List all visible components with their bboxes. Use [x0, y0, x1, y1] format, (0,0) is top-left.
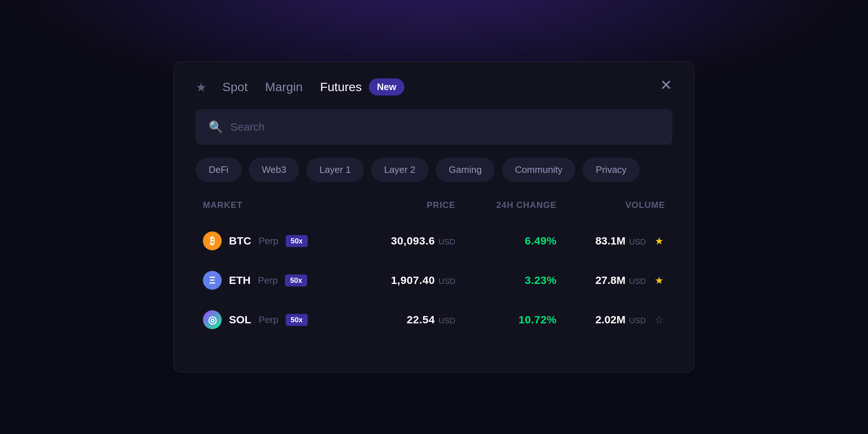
favorites-star-icon[interactable]: ★ [196, 80, 207, 94]
price-cell-btc: 30,093.6 USD [347, 235, 455, 247]
volume-cell-eth: 27.8M USD ★ [557, 273, 665, 288]
close-button[interactable]: ✕ [660, 78, 672, 92]
coin-symbol-sol: SOL [229, 314, 251, 326]
volume-text-eth: 27.8M USD [595, 274, 646, 286]
coin-type-sol: Perp [259, 314, 278, 326]
coin-symbol-eth: ETH [229, 274, 251, 286]
modal-container: ★ Spot Margin Futures New ✕ 🔍 DeFi Web3 … [174, 61, 694, 373]
coin-symbol-btc: BTC [229, 235, 251, 247]
coin-icon-eth: Ξ [203, 271, 222, 290]
star-filled-icon-eth: ★ [655, 275, 664, 286]
volume-text-sol: 2.02M USD [595, 314, 646, 326]
tab-margin[interactable]: Margin [264, 78, 304, 96]
table-row[interactable]: ◎ SOL Perp 50x 22.54 USD 10.72% 2.02M US… [196, 300, 672, 340]
star-empty-icon-sol: ☆ [655, 314, 664, 326]
category-web3[interactable]: Web3 [249, 158, 299, 182]
coin-icon-btc: ₿ [203, 231, 222, 250]
price-cell-eth: 1,907.40 USD [347, 274, 455, 286]
star-button-eth[interactable]: ★ [653, 273, 665, 288]
header-volume: Volume [557, 200, 665, 210]
volume-text-btc: 83.1M USD [595, 235, 646, 247]
market-table: MARKET Price 24H Change Volume ₿ BTC Per… [174, 200, 694, 340]
star-button-btc[interactable]: ★ [653, 234, 665, 248]
category-layer2[interactable]: Layer 2 [371, 158, 429, 182]
star-button-sol[interactable]: ☆ [653, 312, 665, 327]
volume-cell-sol: 2.02M USD ☆ [557, 312, 665, 327]
table-row[interactable]: ₿ BTC Perp 50x 30,093.6 USD 6.49% 83.1M … [196, 221, 672, 261]
volume-currency-eth: USD [629, 277, 646, 286]
price-currency-btc: USD [439, 237, 455, 247]
change-cell-sol: 10.72% [455, 314, 557, 326]
header-change: 24H Change [455, 200, 557, 210]
search-icon: 🔍 [209, 120, 223, 134]
volume-value-sol: 2.02M [595, 314, 625, 326]
category-layer1[interactable]: Layer 1 [306, 158, 364, 182]
price-value-sol: 22.54 [407, 314, 435, 326]
market-cell-btc: ₿ BTC Perp 50x [203, 231, 347, 250]
price-value-eth: 1,907.40 [391, 274, 435, 286]
leverage-badge-eth: 50x [285, 275, 307, 286]
price-currency-sol: USD [439, 316, 455, 326]
category-community[interactable]: Community [502, 158, 575, 182]
search-container: 🔍 [196, 109, 672, 145]
volume-value-btc: 83.1M [595, 235, 625, 247]
volume-value-eth: 27.8M [595, 274, 625, 286]
header-price: Price [347, 200, 455, 210]
category-defi[interactable]: DeFi [196, 158, 242, 182]
volume-currency-sol: USD [629, 316, 646, 326]
search-box: 🔍 [196, 109, 672, 145]
table-row[interactable]: Ξ ETH Perp 50x 1,907.40 USD 3.23% 27.8M … [196, 261, 672, 300]
volume-cell-btc: 83.1M USD ★ [557, 234, 665, 248]
star-filled-icon-btc: ★ [655, 235, 664, 247]
table-header: MARKET Price 24H Change Volume [196, 200, 672, 218]
tab-spot[interactable]: Spot [221, 78, 249, 96]
category-privacy[interactable]: Privacy [583, 158, 639, 182]
leverage-badge-sol: 50x [286, 314, 308, 326]
coin-icon-sol: ◎ [203, 310, 222, 329]
market-cell-eth: Ξ ETH Perp 50x [203, 271, 347, 290]
coin-type-eth: Perp [258, 275, 278, 286]
price-value-btc: 30,093.6 [391, 235, 435, 247]
leverage-badge-btc: 50x [286, 235, 308, 247]
futures-tab-wrapper: Futures New [319, 78, 404, 96]
volume-currency-btc: USD [629, 237, 646, 247]
category-gaming[interactable]: Gaming [436, 158, 495, 182]
new-badge: New [369, 78, 404, 95]
market-cell-sol: ◎ SOL Perp 50x [203, 310, 347, 329]
price-cell-sol: 22.54 USD [347, 314, 455, 326]
header-market: MARKET [203, 200, 347, 210]
price-currency-eth: USD [439, 277, 455, 286]
modal-header: ★ Spot Margin Futures New ✕ [174, 62, 694, 109]
search-input[interactable] [230, 121, 659, 133]
coin-type-btc: Perp [259, 235, 278, 247]
change-cell-eth: 3.23% [455, 274, 557, 286]
tab-futures[interactable]: Futures [319, 78, 363, 96]
category-filters: DeFi Web3 Layer 1 Layer 2 Gaming Communi… [174, 158, 694, 182]
change-cell-btc: 6.49% [455, 235, 557, 247]
